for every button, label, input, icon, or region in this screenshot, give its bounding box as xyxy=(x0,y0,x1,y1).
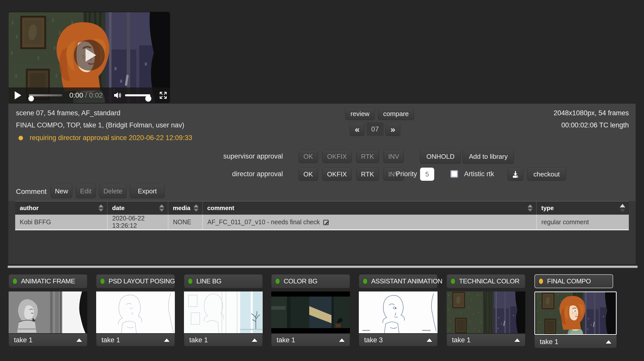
caret-up-icon xyxy=(514,339,520,342)
seek-slider[interactable] xyxy=(29,94,62,96)
comment-media-cell: NONE xyxy=(168,215,202,230)
take-selector-assistant-animation[interactable]: take 3 xyxy=(359,334,438,346)
task-thumbnail-color-bg[interactable] xyxy=(271,291,350,333)
play-button[interactable] xyxy=(15,91,21,99)
take-selector-technical-color[interactable]: take 1 xyxy=(447,334,525,346)
task-thumbnail-final-compo[interactable] xyxy=(534,291,617,335)
take-selector-line-bg[interactable]: take 1 xyxy=(184,334,263,346)
volume-thumb[interactable] xyxy=(145,96,151,102)
edit-comment-icon[interactable] xyxy=(323,219,330,225)
comment-date-cell: 2020-06-22 13:26:12 xyxy=(107,215,168,230)
compare-button[interactable]: compare xyxy=(378,107,414,120)
task-column-technical-color: TECHNICAL COLOR take 1 xyxy=(447,274,525,346)
checkout-button[interactable]: checkout xyxy=(527,168,566,181)
comment-delete-button[interactable]: Delete xyxy=(99,184,127,198)
comment-edit-button[interactable]: Edit xyxy=(76,184,96,198)
comment-type-cell: regular comment xyxy=(536,215,629,230)
download-button[interactable] xyxy=(508,168,523,181)
current-time: 0:00 xyxy=(69,91,83,99)
director-approval-row: director approval OK OKFIX RTK INV Prior… xyxy=(8,168,636,181)
take-selector-color-bg[interactable]: take 1 xyxy=(271,334,350,346)
panel-splitter[interactable] xyxy=(8,266,638,268)
review-app: 0:00 / 0:02 scene 07, 54 frames, AF_stan… xyxy=(0,0,644,361)
supervisor-inv-button[interactable]: INV xyxy=(383,150,404,163)
frame-nav: « 07 » xyxy=(350,122,400,136)
column-header-author[interactable]: author xyxy=(15,201,107,215)
status-dot-icon xyxy=(18,136,23,140)
task-thumbnail-line-bg[interactable] xyxy=(184,291,263,333)
task-thumbnail-animatic-frame[interactable] xyxy=(9,291,87,333)
download-icon xyxy=(511,170,520,178)
task-tab-animatic-frame[interactable]: ANIMATIC FRAME xyxy=(9,274,87,288)
volume-icon[interactable] xyxy=(113,91,122,100)
caret-up-icon xyxy=(76,339,82,342)
task-status-icon xyxy=(100,279,105,284)
prev-button[interactable]: « xyxy=(350,122,365,136)
onhold-button[interactable]: ONHOLD xyxy=(420,149,461,164)
sort-icon xyxy=(98,205,103,212)
director-okfix-button[interactable]: OKFIX xyxy=(322,168,352,181)
supervisor-approval-label: supervisor approval xyxy=(8,152,283,160)
task-tab-psd-layout-posing[interactable]: PSD LAYOUT POSING xyxy=(96,274,175,288)
seek-thumb[interactable] xyxy=(28,96,34,101)
supervisor-okfix-button[interactable]: OKFIX xyxy=(322,150,352,163)
task-status-icon xyxy=(276,279,280,284)
video-player: 0:00 / 0:02 xyxy=(9,12,170,103)
task-status-icon xyxy=(188,279,192,284)
comment-row[interactable]: Kobi BFFG 2020-06-22 13:26:12 NONE AF_FC… xyxy=(15,215,629,230)
supervisor-rtk-button[interactable]: RTK xyxy=(356,150,379,163)
big-play-button[interactable] xyxy=(74,40,105,71)
task-tab-technical-color[interactable]: TECHNICAL COLOR xyxy=(447,274,525,288)
column-header-comment[interactable]: comment xyxy=(202,201,536,215)
player-controls: 0:00 / 0:02 xyxy=(9,87,170,103)
fullscreen-icon[interactable] xyxy=(159,91,168,100)
add-to-library-button[interactable]: Add to library xyxy=(463,149,514,164)
task-thumbnail-psd-layout-posing[interactable] xyxy=(96,291,175,333)
take-selector-final-compo[interactable]: take 1 xyxy=(534,335,617,348)
task-column-line-bg: LINE BG xyxy=(184,274,263,346)
current-shot-label: 07 xyxy=(366,122,384,136)
priority-input[interactable] xyxy=(420,168,434,181)
column-header-media[interactable]: media xyxy=(168,201,202,215)
task-tab-color-bg[interactable]: COLOR BG xyxy=(271,274,350,288)
task-tab-assistant-animation[interactable]: ASSISTANT ANIMATION xyxy=(359,274,438,288)
take-selector-psd-layout-posing[interactable]: take 1 xyxy=(96,334,175,346)
volume-slider[interactable] xyxy=(125,94,150,96)
play-icon xyxy=(86,49,96,62)
column-header-type[interactable]: type xyxy=(536,201,629,215)
comment-text-cell: AF_FC_011_07_v10 - needs final check xyxy=(202,215,536,230)
task-status-icon xyxy=(13,279,17,284)
task-thumbnail-technical-color[interactable] xyxy=(447,291,525,333)
comment-section-label: Comment xyxy=(16,188,47,196)
task-status-icon xyxy=(363,279,367,284)
supervisor-ok-button[interactable]: OK xyxy=(299,150,318,163)
task-status-icon xyxy=(539,279,543,284)
sort-icon xyxy=(528,205,533,212)
director-approval-label: director approval xyxy=(8,170,283,178)
task-column-animatic-frame: ANIMATIC FRAME xyxy=(9,274,87,346)
task-pipeline: ANIMATIC FRAME xyxy=(9,274,636,350)
review-button[interactable]: review xyxy=(345,107,375,120)
comment-export-button[interactable]: Export xyxy=(130,184,165,198)
sort-icon xyxy=(159,205,164,212)
director-rtk-button[interactable]: RTK xyxy=(356,168,379,181)
caret-up-icon xyxy=(427,339,432,342)
scene-info: scene 07, 54 frames, AF_standard xyxy=(16,109,120,117)
task-tab-line-bg[interactable]: LINE BG xyxy=(184,274,263,288)
artistic-rtk-checkbox[interactable] xyxy=(450,170,458,178)
sort-icon-active xyxy=(620,204,625,212)
comment-table: author date media comment type xyxy=(15,201,629,230)
director-ok-button[interactable]: OK xyxy=(299,168,318,181)
column-header-date[interactable]: date xyxy=(107,201,168,215)
approval-status: requiring director approval since 2020-0… xyxy=(18,134,192,142)
caret-up-icon xyxy=(606,340,611,344)
comment-author-cell: Kobi BFFG xyxy=(15,215,107,230)
next-button[interactable]: » xyxy=(385,122,400,136)
director-approval-buttons: OK OKFIX RTK INV xyxy=(299,168,404,181)
task-thumbnail-assistant-animation[interactable] xyxy=(359,291,438,333)
task-tab-final-compo[interactable]: FINAL COMPO xyxy=(534,274,613,288)
comment-new-button[interactable]: New xyxy=(51,184,72,198)
task-column-final-compo: FINAL COMPO take 1 xyxy=(534,274,613,348)
take-selector-animatic-frame[interactable]: take 1 xyxy=(9,334,87,346)
task-column-color-bg: COLOR BG xyxy=(271,274,350,346)
